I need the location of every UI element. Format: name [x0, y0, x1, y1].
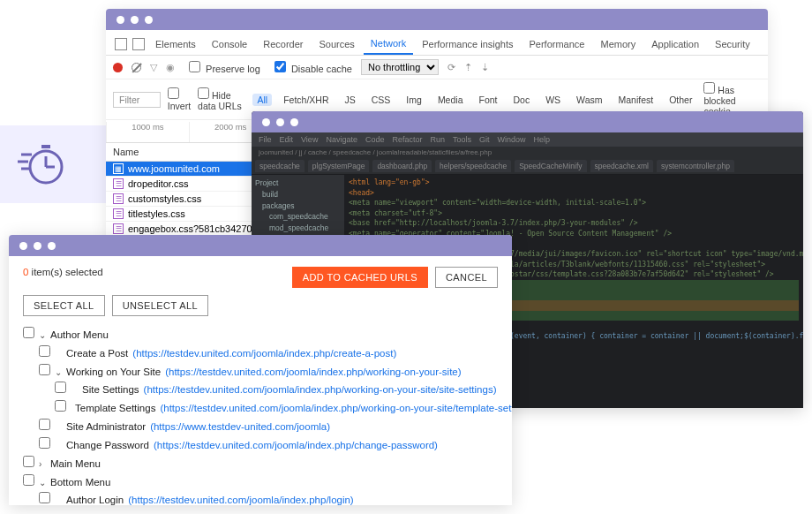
traffic-dot[interactable]: [131, 16, 139, 24]
tree-url: (https://testdev.united.com/joomla/index…: [132, 346, 396, 362]
stopwatch-icon: [18, 135, 71, 188]
svg-rect-3: [41, 145, 50, 148]
tree-row[interactable]: Change Password (https://testdev.united.…: [23, 435, 498, 454]
tab-perf-insights[interactable]: Performance insights: [415, 34, 520, 54]
tree-url: (https://testdev.united.com/joomla/index…: [144, 382, 497, 398]
row-checkbox[interactable]: [23, 474, 34, 486]
tab-sources[interactable]: Sources: [312, 34, 361, 54]
chevron-right-icon[interactable]: ›: [39, 457, 46, 472]
row-checkbox[interactable]: [39, 419, 50, 430]
tab-network[interactable]: Network: [364, 34, 413, 55]
tree-label: Site Administrator: [66, 420, 146, 435]
traffic-dot[interactable]: [117, 16, 124, 24]
url-tree: ⌄Author MenuCreate a Post (https://testd…: [9, 325, 512, 505]
tab-security[interactable]: Security: [708, 34, 757, 54]
tree-label: Author Menu: [50, 328, 109, 344]
tab-elements[interactable]: Elements: [148, 34, 203, 54]
row-checkbox[interactable]: [39, 492, 50, 503]
disable-cache-toggle[interactable]: Disable cache: [269, 61, 352, 74]
row-checkbox[interactable]: [39, 364, 50, 375]
add-to-cached-button[interactable]: ADD TO CACHED URLS: [292, 267, 428, 288]
type-img[interactable]: Img: [402, 94, 426, 106]
network-toolbar: ▽ ◉ Preserve log Disable cache No thrott…: [106, 56, 768, 79]
chevron-down-icon[interactable]: ⌄: [55, 366, 62, 380]
traffic-dot[interactable]: [19, 242, 27, 250]
type-all[interactable]: All: [252, 94, 272, 106]
tree-row[interactable]: Create a Post (https://testdev.united.co…: [23, 344, 498, 362]
traffic-dot[interactable]: [34, 242, 41, 250]
tree-label: Change Password: [66, 438, 149, 454]
download-icon[interactable]: ⇣: [481, 62, 489, 73]
throttling-select[interactable]: No throttling: [361, 59, 439, 75]
cancel-button[interactable]: CANCEL: [435, 267, 498, 288]
tab-console[interactable]: Console: [205, 34, 254, 54]
tab-memory[interactable]: Memory: [593, 34, 643, 54]
chevron-down-icon[interactable]: ⌄: [39, 329, 46, 343]
filter-input[interactable]: Filter: [113, 92, 161, 108]
row-checkbox[interactable]: [55, 382, 66, 393]
tree-label: Working on Your Site: [66, 365, 161, 381]
tree-label: Site Settings: [82, 382, 139, 398]
tree-url: (https://www.testdev-united.com/joomla): [150, 420, 330, 435]
breadcrumb: joomunited / jj / cache / speedcache / j…: [252, 147, 803, 158]
type-media[interactable]: Media: [433, 94, 468, 106]
tree-url: (https://testdev.united.com/joomla/index…: [160, 401, 512, 417]
css-icon: ☰: [113, 178, 124, 189]
titlebar: [252, 111, 803, 132]
type-font[interactable]: Font: [474, 94, 501, 106]
tab-performance[interactable]: Performance: [523, 34, 592, 54]
row-checkbox[interactable]: [39, 437, 50, 449]
tab-application[interactable]: Application: [644, 34, 706, 54]
row-checkbox[interactable]: [23, 456, 34, 467]
tree-row[interactable]: Author Login (https://testdev.united.com…: [23, 490, 498, 505]
type-js[interactable]: JS: [341, 94, 360, 106]
traffic-dot[interactable]: [290, 118, 298, 126]
row-checkbox[interactable]: [39, 345, 50, 357]
tree-row[interactable]: Site Administrator (https://www.testdev-…: [23, 417, 498, 435]
type-other[interactable]: Other: [665, 94, 696, 106]
upload-icon[interactable]: ⇡: [464, 62, 472, 73]
type-ws[interactable]: WS: [541, 94, 565, 106]
traffic-dot[interactable]: [276, 118, 284, 126]
titlebar: [106, 9, 768, 30]
wifi-icon[interactable]: ⟳: [447, 62, 455, 73]
type-doc[interactable]: Doc: [509, 94, 535, 106]
type-wasm[interactable]: Wasm: [572, 94, 606, 106]
tab-recorder[interactable]: Recorder: [256, 34, 310, 54]
tree-label: Create a Post: [66, 346, 128, 362]
tree-url: (https://testdev.united.com/joomla/index…: [154, 438, 438, 454]
record-icon[interactable]: [113, 63, 123, 72]
type-css[interactable]: CSS: [367, 94, 395, 106]
row-checkbox[interactable]: [23, 327, 34, 338]
editor-tabs[interactable]: speedcacheplgSystemPagedashboard.phphelp…: [252, 158, 803, 175]
tree-row[interactable]: Template Settings (https://testdev.unite…: [23, 398, 498, 417]
chevron-down-icon[interactable]: ⌄: [39, 476, 46, 490]
inspect-icon[interactable]: [115, 38, 127, 50]
tree-row[interactable]: Site Settings (https://testdev.united.co…: [23, 380, 498, 398]
tree-row[interactable]: ⌄Working on Your Site (https://testdev.u…: [23, 362, 498, 381]
css-icon: ☰: [113, 208, 124, 219]
selection-count: 0 item(s) selected: [23, 267, 103, 277]
tree-label: Bottom Menu: [50, 475, 110, 491]
row-checkbox[interactable]: [55, 400, 66, 412]
devtools-tab-strip: Elements Console Recorder Sources Networ…: [106, 30, 768, 56]
css-icon: ☰: [113, 223, 124, 234]
hide-dataurls-toggle[interactable]: Hide data URLs: [198, 87, 245, 111]
preserve-log-toggle[interactable]: Preserve log: [184, 61, 260, 74]
tree-label: Main Menu: [50, 457, 101, 472]
tree-row[interactable]: ⌄Author Menu: [23, 325, 498, 344]
traffic-dot[interactable]: [48, 242, 56, 250]
unselect-all-button[interactable]: UNSELECT ALL: [112, 295, 208, 316]
type-fetch[interactable]: Fetch/XHR: [279, 94, 333, 106]
tree-row[interactable]: ⌄Bottom Menu: [23, 472, 498, 491]
device-icon[interactable]: [132, 38, 145, 50]
tree-row[interactable]: ›Main Menu: [23, 454, 498, 472]
clear-icon[interactable]: [132, 63, 141, 72]
select-all-button[interactable]: SELECT ALL: [23, 295, 105, 316]
traffic-dot[interactable]: [262, 118, 270, 126]
type-manifest[interactable]: Manifest: [613, 94, 658, 106]
invert-toggle[interactable]: Invert: [168, 87, 191, 111]
ide-menubar[interactable]: FileEditViewNavigateCodeRefactorRunTools…: [252, 132, 803, 147]
traffic-dot[interactable]: [145, 16, 153, 24]
titlebar: [9, 235, 512, 256]
